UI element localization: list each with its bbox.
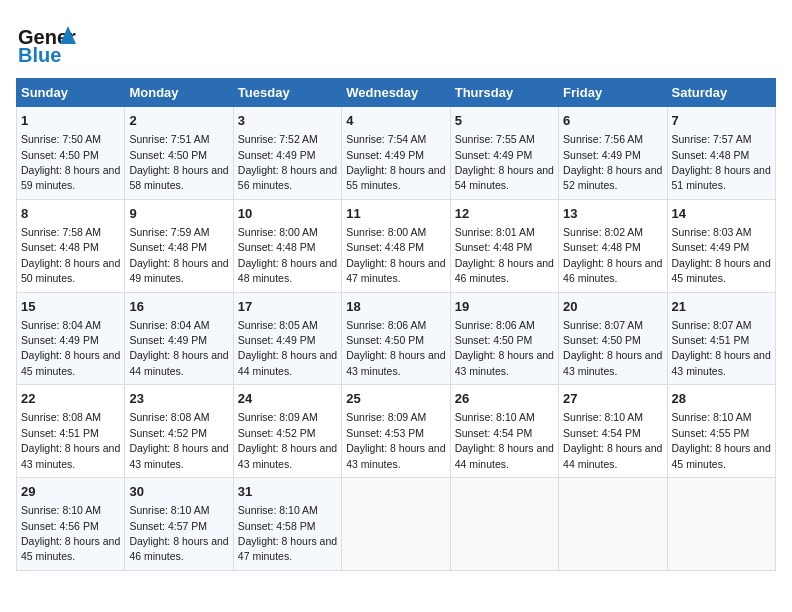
sunset-info: Sunset: 4:49 PM [21,334,99,346]
calendar-cell: 31Sunrise: 8:10 AMSunset: 4:58 PMDayligh… [233,478,341,571]
sunrise-info: Sunrise: 8:07 AM [672,319,752,331]
sunrise-info: Sunrise: 8:00 AM [346,226,426,238]
weekday-header-friday: Friday [559,79,667,107]
daylight-info: Daylight: 8 hours and 43 minutes. [563,349,662,376]
daylight-info: Daylight: 8 hours and 51 minutes. [672,164,771,191]
logo: General Blue [16,16,76,66]
sunrise-info: Sunrise: 8:10 AM [129,504,209,516]
sunset-info: Sunset: 4:49 PM [238,149,316,161]
sunrise-info: Sunrise: 8:04 AM [21,319,101,331]
calendar-week-row: 29Sunrise: 8:10 AMSunset: 4:56 PMDayligh… [17,478,776,571]
sunset-info: Sunset: 4:48 PM [455,241,533,253]
daylight-info: Daylight: 8 hours and 46 minutes. [129,535,228,562]
sunrise-info: Sunrise: 8:01 AM [455,226,535,238]
daylight-info: Daylight: 8 hours and 43 minutes. [21,442,120,469]
sunrise-info: Sunrise: 8:08 AM [129,411,209,423]
daylight-info: Daylight: 8 hours and 48 minutes. [238,257,337,284]
day-number: 25 [346,390,445,408]
day-number: 1 [21,112,120,130]
daylight-info: Daylight: 8 hours and 59 minutes. [21,164,120,191]
sunset-info: Sunset: 4:51 PM [21,427,99,439]
weekday-header-wednesday: Wednesday [342,79,450,107]
weekday-header-thursday: Thursday [450,79,558,107]
calendar-cell: 1Sunrise: 7:50 AMSunset: 4:50 PMDaylight… [17,107,125,200]
sunrise-info: Sunrise: 8:10 AM [672,411,752,423]
calendar-cell: 19Sunrise: 8:06 AMSunset: 4:50 PMDayligh… [450,292,558,385]
weekday-header-tuesday: Tuesday [233,79,341,107]
calendar-cell: 2Sunrise: 7:51 AMSunset: 4:50 PMDaylight… [125,107,233,200]
calendar-cell: 11Sunrise: 8:00 AMSunset: 4:48 PMDayligh… [342,199,450,292]
sunset-info: Sunset: 4:49 PM [672,241,750,253]
sunrise-info: Sunrise: 8:06 AM [455,319,535,331]
calendar-week-row: 1Sunrise: 7:50 AMSunset: 4:50 PMDaylight… [17,107,776,200]
sunrise-info: Sunrise: 8:00 AM [238,226,318,238]
sunrise-info: Sunrise: 8:03 AM [672,226,752,238]
calendar-cell: 27Sunrise: 8:10 AMSunset: 4:54 PMDayligh… [559,385,667,478]
day-number: 8 [21,205,120,223]
calendar-cell: 20Sunrise: 8:07 AMSunset: 4:50 PMDayligh… [559,292,667,385]
day-number: 31 [238,483,337,501]
sunrise-info: Sunrise: 8:02 AM [563,226,643,238]
daylight-info: Daylight: 8 hours and 43 minutes. [346,349,445,376]
sunrise-info: Sunrise: 7:57 AM [672,133,752,145]
day-number: 29 [21,483,120,501]
sunset-info: Sunset: 4:51 PM [672,334,750,346]
sunset-info: Sunset: 4:55 PM [672,427,750,439]
day-number: 2 [129,112,228,130]
sunrise-info: Sunrise: 8:10 AM [21,504,101,516]
sunset-info: Sunset: 4:56 PM [21,520,99,532]
sunrise-info: Sunrise: 7:54 AM [346,133,426,145]
day-number: 4 [346,112,445,130]
daylight-info: Daylight: 8 hours and 58 minutes. [129,164,228,191]
sunrise-info: Sunrise: 7:59 AM [129,226,209,238]
calendar-week-row: 22Sunrise: 8:08 AMSunset: 4:51 PMDayligh… [17,385,776,478]
day-number: 3 [238,112,337,130]
sunrise-info: Sunrise: 7:50 AM [21,133,101,145]
calendar-cell: 3Sunrise: 7:52 AMSunset: 4:49 PMDaylight… [233,107,341,200]
sunset-info: Sunset: 4:53 PM [346,427,424,439]
sunset-info: Sunset: 4:50 PM [21,149,99,161]
sunrise-info: Sunrise: 7:52 AM [238,133,318,145]
daylight-info: Daylight: 8 hours and 56 minutes. [238,164,337,191]
calendar-cell: 15Sunrise: 8:04 AMSunset: 4:49 PMDayligh… [17,292,125,385]
sunrise-info: Sunrise: 7:51 AM [129,133,209,145]
calendar-cell [342,478,450,571]
day-number: 6 [563,112,662,130]
calendar-cell: 21Sunrise: 8:07 AMSunset: 4:51 PMDayligh… [667,292,775,385]
sunset-info: Sunset: 4:52 PM [129,427,207,439]
day-number: 17 [238,298,337,316]
weekday-header-sunday: Sunday [17,79,125,107]
daylight-info: Daylight: 8 hours and 43 minutes. [455,349,554,376]
daylight-info: Daylight: 8 hours and 46 minutes. [455,257,554,284]
calendar-cell: 13Sunrise: 8:02 AMSunset: 4:48 PMDayligh… [559,199,667,292]
day-number: 9 [129,205,228,223]
sunrise-info: Sunrise: 8:07 AM [563,319,643,331]
sunrise-info: Sunrise: 8:10 AM [238,504,318,516]
daylight-info: Daylight: 8 hours and 45 minutes. [672,257,771,284]
day-number: 16 [129,298,228,316]
weekday-header-row: SundayMondayTuesdayWednesdayThursdayFrid… [17,79,776,107]
sunset-info: Sunset: 4:48 PM [563,241,641,253]
calendar-cell: 22Sunrise: 8:08 AMSunset: 4:51 PMDayligh… [17,385,125,478]
calendar-cell [559,478,667,571]
calendar-cell: 7Sunrise: 7:57 AMSunset: 4:48 PMDaylight… [667,107,775,200]
sunset-info: Sunset: 4:48 PM [346,241,424,253]
daylight-info: Daylight: 8 hours and 44 minutes. [129,349,228,376]
calendar-cell: 6Sunrise: 7:56 AMSunset: 4:49 PMDaylight… [559,107,667,200]
daylight-info: Daylight: 8 hours and 44 minutes. [563,442,662,469]
sunrise-info: Sunrise: 8:04 AM [129,319,209,331]
calendar-cell: 16Sunrise: 8:04 AMSunset: 4:49 PMDayligh… [125,292,233,385]
page-header: General Blue [16,16,776,66]
daylight-info: Daylight: 8 hours and 52 minutes. [563,164,662,191]
day-number: 20 [563,298,662,316]
daylight-info: Daylight: 8 hours and 46 minutes. [563,257,662,284]
day-number: 13 [563,205,662,223]
sunset-info: Sunset: 4:58 PM [238,520,316,532]
sunset-info: Sunset: 4:50 PM [129,149,207,161]
calendar-cell: 12Sunrise: 8:01 AMSunset: 4:48 PMDayligh… [450,199,558,292]
weekday-header-monday: Monday [125,79,233,107]
sunset-info: Sunset: 4:48 PM [21,241,99,253]
calendar-cell: 17Sunrise: 8:05 AMSunset: 4:49 PMDayligh… [233,292,341,385]
svg-text:Blue: Blue [18,44,61,66]
daylight-info: Daylight: 8 hours and 44 minutes. [455,442,554,469]
